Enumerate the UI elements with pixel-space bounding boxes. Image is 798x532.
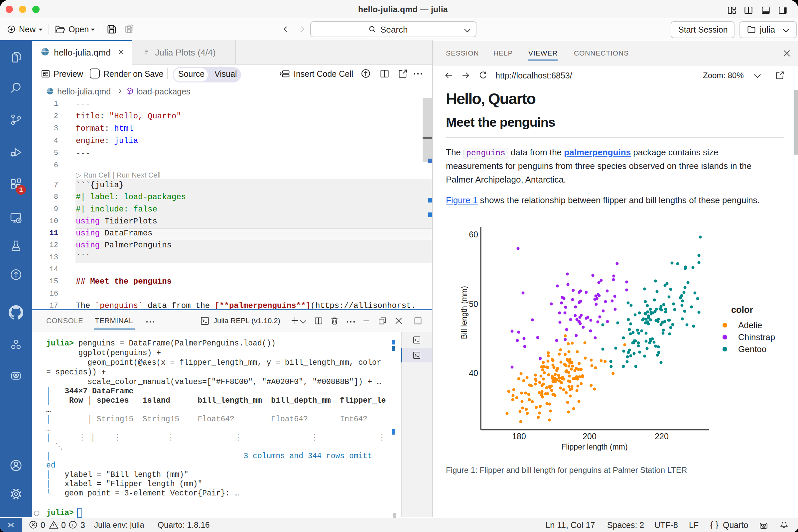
svg-text:50: 50 (469, 299, 478, 308)
svg-text:60: 60 (469, 230, 478, 239)
svg-text:Chinstrap: Chinstrap (738, 332, 775, 342)
svg-text:200: 200 (583, 432, 596, 441)
svg-text:220: 220 (655, 432, 669, 441)
svg-text:color: color (731, 305, 754, 315)
svg-text:Gentoo: Gentoo (738, 344, 766, 354)
svg-text:40: 40 (469, 368, 478, 378)
svg-text:Flipper length (mm): Flipper length (mm) (561, 442, 627, 451)
svg-text:180: 180 (512, 432, 526, 441)
svg-text:Adelie: Adelie (738, 320, 762, 330)
svg-text:Bill length (mm): Bill length (mm) (460, 286, 469, 339)
